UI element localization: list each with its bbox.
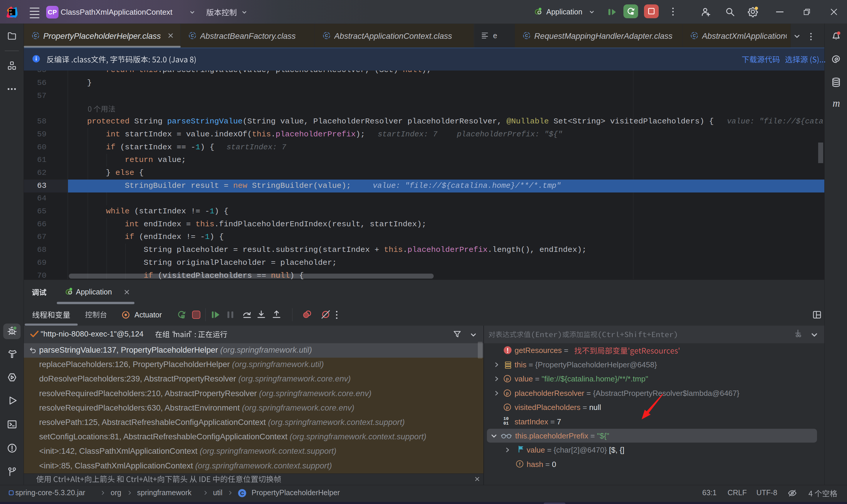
svg-text:p: p — [506, 391, 509, 396]
svg-text:C: C — [240, 490, 244, 497]
svg-text:C: C — [34, 33, 37, 38]
svg-text:C: C — [191, 33, 194, 38]
svg-text:p: p — [506, 376, 509, 381]
svg-text:C: C — [693, 33, 696, 38]
svg-text:f: f — [519, 462, 521, 466]
svg-text:IJ: IJ — [10, 10, 12, 12]
svg-text:C: C — [325, 33, 328, 38]
svg-text:C: C — [525, 33, 529, 38]
svg-text:p: p — [506, 405, 509, 410]
